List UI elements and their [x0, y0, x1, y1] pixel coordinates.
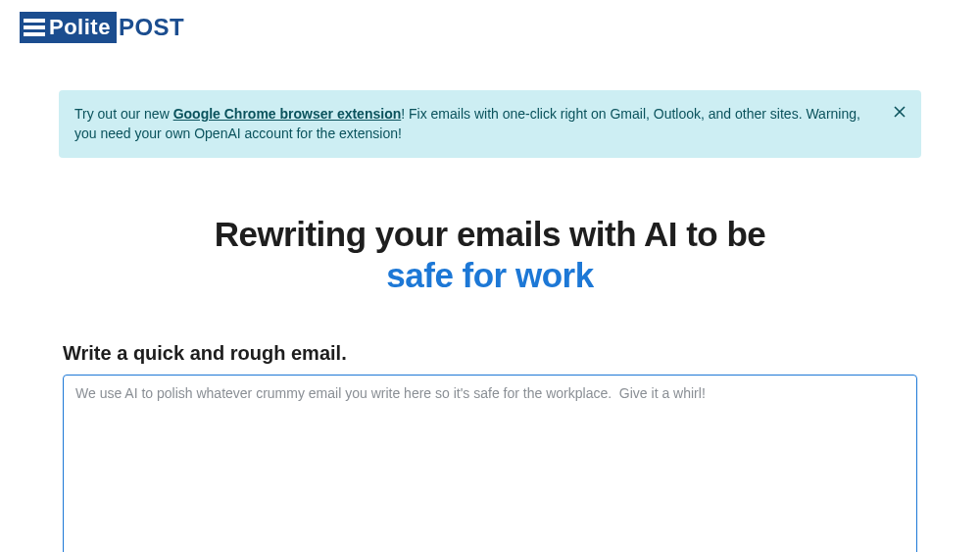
logo-box: Polite: [20, 12, 117, 43]
close-icon[interactable]: [890, 102, 909, 122]
logo-text-polite: Polite: [49, 15, 111, 40]
notice-banner: Try out our new Google Chrome browser ex…: [59, 90, 921, 158]
menu-icon: [24, 19, 45, 36]
email-input[interactable]: [63, 375, 917, 552]
logo-text-post: POST: [119, 14, 184, 41]
site-logo[interactable]: Polite POST: [0, 0, 980, 51]
banner-extension-link[interactable]: Google Chrome browser extension: [173, 106, 402, 122]
page-heading: Rewriting your emails with AI to be safe…: [59, 215, 921, 295]
banner-text-prefix: Try out our new: [74, 106, 173, 122]
heading-line-1: Rewriting your emails with AI to be: [59, 215, 921, 254]
email-form: Write a quick and rough email.: [59, 342, 921, 552]
email-input-label: Write a quick and rough email.: [63, 342, 917, 365]
heading-line-2: safe for work: [59, 256, 921, 295]
